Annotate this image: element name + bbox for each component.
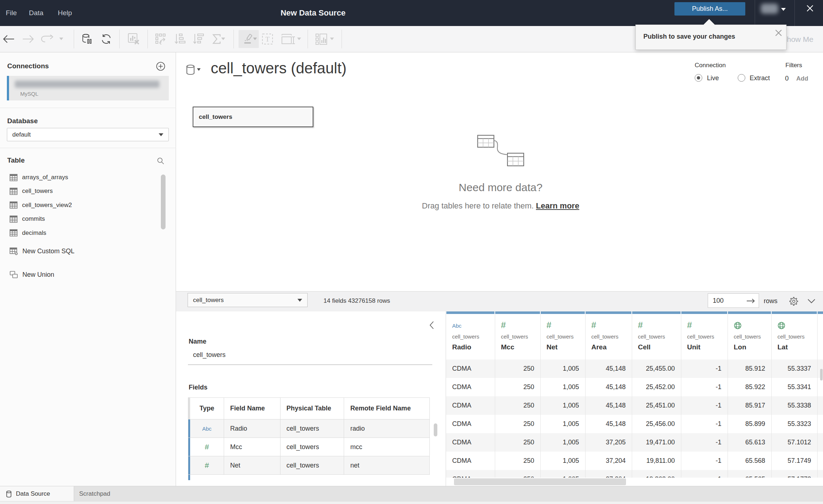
grid-geo-type-icon [777, 322, 785, 329]
grid-string-type-icon: Abc [452, 323, 462, 329]
settings-gear-icon[interactable] [789, 297, 798, 306]
totals-caret-icon[interactable] [221, 38, 225, 40]
publish-as-button[interactable]: Publish As... [674, 2, 745, 16]
table-list-item-arrays_of_arrays[interactable]: arrays_of_arrays [0, 171, 166, 184]
table-list-item-commits[interactable]: commits [0, 212, 166, 226]
name-input[interactable]: cell_towers [193, 351, 226, 359]
show-me-panel-caret-icon[interactable] [330, 38, 334, 40]
menu-help[interactable]: Help [58, 0, 72, 26]
clear-sheet-button[interactable] [126, 31, 142, 47]
grid-cell: 25,455.00 [632, 359, 675, 378]
menu-data[interactable]: Data [29, 0, 43, 26]
table-item-label: decimals [22, 229, 46, 237]
forward-button[interactable] [20, 31, 36, 47]
table-list-item-cell_towers[interactable]: cell_towers [0, 184, 166, 198]
pause-updates-button[interactable] [79, 31, 95, 47]
table-list-item-decimals[interactable]: decimals [0, 226, 166, 240]
table-search-icon[interactable] [157, 157, 164, 165]
connection-item[interactable]: MySQL [7, 76, 169, 100]
learn-more-link[interactable]: Learn more [536, 201, 579, 210]
grid-cell: 250 [495, 359, 534, 378]
new-custom-sql[interactable]: New Custom SQL [0, 245, 166, 258]
avatar-caret-icon[interactable] [781, 8, 786, 11]
extract-radio[interactable] [738, 74, 745, 82]
fields-row-net[interactable]: #Netcell_towersnet [188, 456, 430, 475]
fields-table-scrollbar[interactable] [434, 423, 437, 436]
fit-button[interactable] [280, 31, 296, 47]
field-name: Net [224, 456, 280, 474]
window-title: New Data Source [280, 0, 346, 26]
rows-count-input[interactable]: 100 [708, 293, 759, 308]
database-select-caret-icon [159, 133, 163, 136]
fields-row-radio[interactable]: AbcRadiocell_towersradio [188, 419, 430, 438]
publish-tooltip: Publish to save your changes [635, 25, 786, 50]
live-radio-label[interactable]: Live [707, 74, 719, 82]
grid-column-table: cell_towers [734, 333, 761, 340]
grid-cell: CDMA [452, 415, 495, 433]
data-grid: Abccell_towersRadio#cell_towersMcc#cell_… [446, 311, 823, 486]
grid-column-strip [818, 311, 823, 314]
live-radio[interactable] [695, 74, 702, 82]
redo-button[interactable] [39, 31, 55, 47]
menu-file[interactable]: File [6, 0, 17, 26]
grid-cell: 55.3337 [771, 359, 811, 378]
table-node-cell-towers[interactable]: cell_towers [193, 107, 313, 127]
rows-go-icon[interactable] [746, 298, 755, 303]
grid-column-name: Area [591, 343, 606, 351]
data-source-tab-label: Data Source [16, 490, 50, 497]
grid-vertical-scrollbar[interactable] [820, 369, 823, 380]
grid-cell: 1,005 [540, 452, 579, 470]
field-physical-table: cell_towers [280, 419, 344, 438]
rows-count-value: 100 [713, 297, 724, 304]
relation-canvas: cell_towers (default) Connection Live Ex… [176, 52, 823, 291]
grid-cell: 1,005 [540, 378, 579, 396]
avatar[interactable] [761, 4, 778, 14]
field-type-icon: # [190, 438, 224, 456]
redo-caret-icon[interactable] [59, 38, 63, 40]
tab-scratchpad[interactable]: Scratchpad [74, 486, 110, 501]
publish-tooltip-close-icon[interactable] [775, 29, 783, 37]
filters-section-label: Filters [785, 62, 802, 69]
grid-cell: 1,005 [540, 396, 579, 415]
grid-horizontal-scrollbar[interactable] [454, 478, 626, 485]
grid-cell: 55.3338 [771, 396, 811, 415]
close-icon[interactable] [806, 5, 814, 12]
pane-collapse-chevron-icon[interactable] [807, 299, 815, 303]
new-union[interactable]: New Union [0, 268, 166, 281]
fields-row-mcc[interactable]: #Mcccell_towersmcc [188, 438, 430, 456]
grid-cell: -1 [681, 415, 721, 433]
sort-descending-button[interactable] [190, 31, 206, 47]
datasource-db-caret-icon[interactable] [197, 68, 201, 71]
add-connection-icon[interactable] [156, 62, 165, 71]
data-pane-bar: cell_towers 14 fields 43276158 rows 100 … [176, 291, 823, 311]
field-name: Mcc [224, 438, 280, 456]
filters-add-button[interactable]: Add [796, 75, 808, 82]
text-annotation-button[interactable]: T [260, 31, 275, 47]
grid-column-strip [728, 311, 771, 314]
grid-geo-type-icon [734, 322, 742, 329]
extract-radio-label[interactable]: Extract [750, 74, 770, 82]
highlight-caret-icon[interactable] [253, 38, 257, 40]
collapse-metadata-icon[interactable] [429, 321, 437, 329]
show-me-panel-button[interactable] [313, 31, 329, 47]
show-me-button[interactable]: Show Me [782, 26, 814, 52]
grid-cell: 1,005 [540, 415, 579, 433]
datasource-db-icon[interactable] [186, 64, 195, 75]
grid-cell: 250 [495, 378, 534, 396]
table-list-item-cell_towers_view2[interactable]: cell_towers_view2 [0, 198, 166, 212]
pane-table-dropdown[interactable]: cell_towers [188, 293, 308, 307]
table-list-scrollbar[interactable] [161, 175, 166, 229]
field-physical-table: cell_towers [280, 456, 344, 474]
fit-caret-icon[interactable] [297, 38, 301, 40]
sort-ascending-button[interactable] [172, 31, 188, 47]
back-button[interactable] [1, 31, 17, 47]
grid-column-table: cell_towers [501, 333, 528, 340]
fields-table-header: Type Field Name Physical Table Remote Fi… [188, 398, 430, 419]
refresh-button[interactable] [98, 31, 114, 47]
swap-rows-columns-button[interactable] [153, 31, 169, 47]
grid-number-type-icon: # [501, 320, 506, 330]
database-select[interactable]: default [7, 128, 169, 141]
grid-cell: 25,456.00 [632, 415, 675, 433]
number-type-icon: # [205, 443, 209, 451]
tab-data-source[interactable]: Data Source [0, 486, 74, 501]
